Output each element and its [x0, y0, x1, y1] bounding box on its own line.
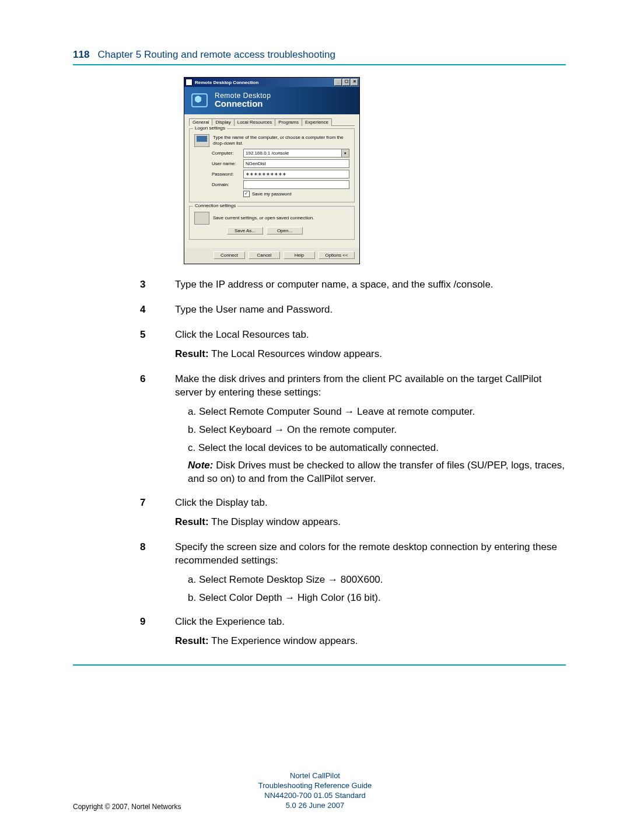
step-list: 3 Type the IP address or computer name, …	[73, 278, 566, 654]
conn-instruction: Save current settings, or open saved con…	[213, 215, 314, 221]
password-input[interactable]: ∗∗∗∗∗∗∗∗∗∗	[243, 170, 349, 178]
logon-settings-group: Logon settings Type the name of the comp…	[189, 128, 355, 202]
step-5: 5 Click the Local Resources tab. Result:…	[73, 328, 566, 367]
step-7: 7 Click the Display tab. Result: The Dis…	[73, 496, 566, 535]
chevron-down-icon[interactable]: ▾	[341, 149, 349, 157]
save-password-checkbox[interactable]: ✓	[243, 191, 250, 197]
chapter-title: Chapter 5 Routing and remote access trou…	[98, 49, 335, 60]
banner: Remote Desktop Connection	[184, 87, 359, 114]
cancel-button[interactable]: Cancel	[249, 251, 280, 259]
step-text: Specify the screen size and colors for t…	[175, 541, 566, 568]
help-button[interactable]: Help	[284, 251, 315, 259]
page-header: 118 Chapter 5 Routing and remote access …	[73, 49, 566, 61]
step-6-note: Note: Disk Drives must be checked to all…	[188, 459, 566, 486]
header-rule	[73, 64, 566, 65]
step-6b: b. Select Keyboard → On the remote compu…	[188, 424, 566, 437]
step-6: 6 Make the disk drives and printers from…	[73, 373, 566, 491]
banner-line2: Connection	[215, 99, 271, 108]
step-text: Click the Experience tab.	[175, 615, 566, 629]
tab-strip: General Display Local Resources Programs…	[189, 118, 355, 126]
username-input[interactable]: NGenDist	[243, 159, 349, 168]
tab-local-resources[interactable]: Local Resources	[234, 118, 276, 126]
computer-icon	[194, 134, 209, 147]
step-text: Type the User name and Password.	[175, 303, 566, 317]
rdc-screenshot: Remote Desktop Connection _ ☐ ✕ Remote D…	[184, 77, 566, 264]
minimize-icon[interactable]: _	[334, 79, 342, 86]
step-3: 3 Type the IP address or computer name, …	[73, 278, 566, 298]
username-label: User name:	[194, 161, 243, 166]
conn-legend: Connection settings	[193, 203, 237, 208]
password-label: Password:	[194, 172, 243, 177]
step-9: 9 Click the Experience tab. Result: The …	[73, 615, 566, 654]
step-result: Result: The Local Resources window appea…	[175, 348, 566, 361]
save-as-button[interactable]: Save As...	[227, 227, 263, 235]
step-result: Result: The Experience window appears.	[175, 635, 566, 648]
open-button[interactable]: Open...	[267, 227, 303, 235]
options-button[interactable]: Options <<	[318, 251, 355, 259]
maximize-icon[interactable]: ☐	[342, 79, 350, 86]
folder-icon	[194, 212, 209, 225]
app-icon	[186, 79, 192, 86]
computer-label: Computer:	[194, 150, 243, 156]
logon-instruction: Type the name of the computer, or choose…	[213, 135, 349, 146]
footer-rule	[73, 664, 566, 666]
step-text: Click the Display tab.	[175, 496, 566, 510]
step-text: Click the Local Resources tab.	[175, 328, 566, 342]
tab-programs[interactable]: Programs	[275, 118, 302, 126]
close-icon[interactable]: ✕	[351, 79, 358, 86]
titlebar: Remote Desktop Connection _ ☐ ✕	[184, 78, 359, 87]
tab-experience[interactable]: Experience	[302, 118, 332, 126]
step-6a: a. Select Remote Computer Sound → Leave …	[188, 405, 566, 419]
step-6c: c. Select the local devices to be automa…	[188, 442, 566, 455]
rdc-window: Remote Desktop Connection _ ☐ ✕ Remote D…	[184, 77, 360, 264]
step-8a: a. Select Remote Desktop Size → 800X600.	[188, 573, 566, 587]
step-result: Result: The Display window appears.	[175, 516, 566, 529]
page-number: 118	[73, 49, 89, 60]
copyright: Copyright © 2007, Nortel Networks	[73, 803, 181, 811]
logon-legend: Logon settings	[193, 125, 227, 131]
domain-label: Domain:	[194, 182, 243, 187]
domain-input[interactable]	[243, 180, 349, 189]
step-4: 4 Type the User name and Password.	[73, 303, 566, 323]
connect-button[interactable]: Connect	[214, 251, 245, 259]
step-text: Type the IP address or computer name, a …	[175, 278, 566, 292]
step-text: Make the disk drives and printers from t…	[175, 373, 566, 400]
step-8: 8 Specify the screen size and colors for…	[73, 541, 566, 610]
connection-settings-group: Connection settings Save current setting…	[189, 206, 355, 240]
computer-input[interactable]: 192.168.0.1 /console ▾	[243, 149, 349, 158]
window-title: Remote Desktop Connection	[195, 80, 258, 85]
save-password-label: Save my password	[252, 191, 292, 197]
step-8b: b. Select Color Depth → High Color (16 b…	[188, 592, 566, 605]
rdc-logo-icon	[190, 92, 209, 108]
